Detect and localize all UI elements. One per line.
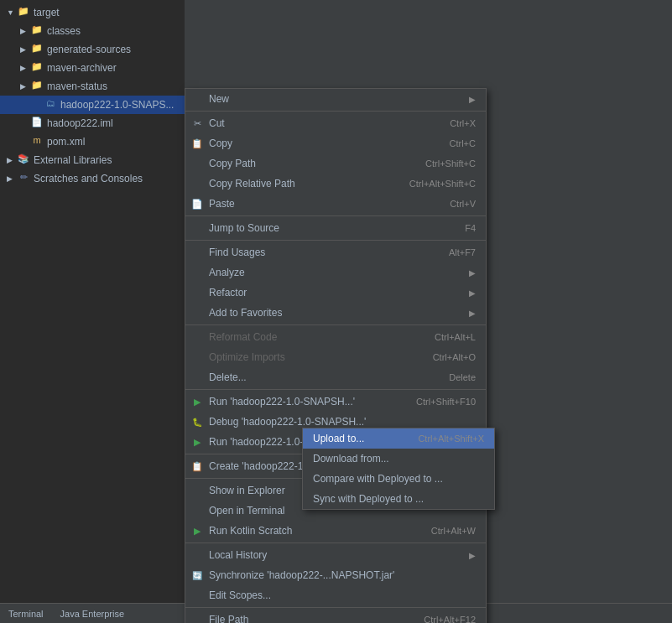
delete-icon <box>190 371 204 384</box>
arrow-favorites: ▶ <box>469 309 476 318</box>
submenu-upload[interactable]: Upload to... Ctrl+Alt+Shift+X <box>303 428 494 449</box>
menu-item-paste[interactable]: 📄 Paste Ctrl+V <box>185 194 486 214</box>
tree-item-classes[interactable]: ▶ 📁 classes <box>0 22 185 40</box>
tree-item-ext-libs[interactable]: ▶ 📚 External Libraries <box>0 151 185 169</box>
shortcut-delete: Delete <box>449 372 476 382</box>
jar-icon: 🗂 <box>44 98 57 112</box>
menu-item-sync[interactable]: 🔄 Synchronize 'hadoop222-...NAPSHOT.jar' <box>185 565 486 585</box>
menu-item-scopes[interactable]: Edit Scopes... <box>185 585 486 605</box>
refactor-icon <box>190 286 204 299</box>
menu-label-favorites: Add to Favorites <box>209 307 462 319</box>
copy-rel-icon <box>190 177 204 190</box>
copy-icon: 📋 <box>190 137 204 150</box>
xml-icon: m <box>30 135 44 148</box>
library-icon: 📚 <box>17 153 30 167</box>
menu-item-find[interactable]: Find Usages Alt+F7 <box>185 242 486 262</box>
shortcut-reformat: Ctrl+Alt+L <box>435 332 476 342</box>
menu-label-find: Find Usages <box>209 247 432 258</box>
deployment-submenu: Upload to... Ctrl+Alt+Shift+X Download f… <box>302 428 495 510</box>
shortcut-copy-rel: Ctrl+Alt+Shift+C <box>409 179 476 189</box>
kotlin-run-icon: ▶ <box>190 524 204 537</box>
menu-label-refactor: Refactor <box>209 287 462 299</box>
reformat-icon <box>190 330 204 344</box>
menu-item-copy-path[interactable]: Copy Path Ctrl+Shift+C <box>185 153 486 174</box>
menu-item-refactor[interactable]: Refactor ▶ <box>185 283 486 303</box>
menu-item-filepath[interactable]: File Path Ctrl+Alt+F12 <box>185 610 486 623</box>
tree-label-hadoop-jar: hadoop222-1.0-SNAPS... <box>60 99 174 111</box>
submenu-download[interactable]: Download from... <box>303 449 494 469</box>
tree-item-maven-status[interactable]: ▶ 📁 maven-status <box>0 77 185 96</box>
tree-item-scratches[interactable]: ▶ ✏ Scratches and Consoles <box>0 169 185 188</box>
menu-item-copy-rel[interactable]: Copy Relative Path Ctrl+Alt+Shift+C <box>185 174 486 194</box>
menu-item-reformat: Reformat Code Ctrl+Alt+L <box>185 327 486 347</box>
menu-label-local-history: Local History <box>209 549 462 561</box>
terminal-icon <box>190 504 204 517</box>
menu-label-optimize: Optimize Imports <box>209 351 416 363</box>
filepath-icon <box>190 613 204 623</box>
shortcut-filepath: Ctrl+Alt+F12 <box>424 615 476 623</box>
separator-1 <box>185 111 486 112</box>
create-icon: 📋 <box>190 459 204 473</box>
menu-item-cut[interactable]: ✂ Cut Ctrl+X <box>185 113 486 133</box>
menu-item-local-history[interactable]: Local History ▶ <box>185 545 486 565</box>
submenu-shortcut-upload: Ctrl+Alt+Shift+X <box>418 434 484 444</box>
explorer-icon <box>190 484 204 497</box>
menu-label-kotlin: Run Kotlin Scratch <box>209 525 414 537</box>
shortcut-cut: Ctrl+X <box>450 118 476 128</box>
tree-item-maven-archiver[interactable]: ▶ 📁 maven-archiver <box>0 59 185 77</box>
submenu-label-sync: Sync with Deployed to ... <box>313 493 484 505</box>
tree-item-pom-xml[interactable]: m pom.xml <box>0 132 185 151</box>
menu-label-filepath: File Path <box>209 614 407 623</box>
submenu-compare-deployed[interactable]: Compare with Deployed to ... <box>303 469 494 489</box>
arrow-new: ▶ <box>469 95 476 104</box>
tree-arrow-maven-status: ▶ <box>20 82 30 91</box>
menu-item-kotlin[interactable]: ▶ Run Kotlin Scratch Ctrl+Alt+W <box>185 521 486 541</box>
tree-item-target[interactable]: ▼ 📁 target <box>0 3 185 22</box>
tree-item-hadoop-jar[interactable]: 🗂 hadoop222-1.0-SNAPS... <box>0 96 185 114</box>
tree-label-target: target <box>34 7 60 18</box>
menu-label-new: New <box>209 93 462 105</box>
sync-icon: 🔄 <box>190 568 204 582</box>
cut-icon: ✂ <box>190 117 204 130</box>
tab-terminal[interactable]: Terminal <box>0 604 52 623</box>
bottom-bar: Terminal Java Enterprise <box>0 603 185 623</box>
menu-item-optimize: Optimize Imports Ctrl+Alt+O <box>185 347 486 367</box>
separator-3 <box>185 240 486 241</box>
file-tree: ▼ 📁 target ▶ 📁 classes ▶ 📁 generated-sou… <box>0 0 185 623</box>
scopes-icon <box>190 589 204 602</box>
menu-item-run[interactable]: ▶ Run 'hadoop222-1.0-SNAPSH...' Ctrl+Shi… <box>185 392 486 412</box>
run-icon: ▶ <box>190 395 204 408</box>
shortcut-find: Alt+F7 <box>449 247 476 257</box>
tab-java-enterprise[interactable]: Java Enterprise <box>52 604 133 623</box>
new-icon <box>190 92 204 106</box>
menu-item-new[interactable]: New ▶ <box>185 89 486 109</box>
tree-item-hadoop-iml[interactable]: 📄 hadoop222.iml <box>0 114 185 132</box>
tree-item-generated[interactable]: ▶ 📁 generated-sources <box>0 40 185 59</box>
menu-label-run: Run 'hadoop222-1.0-SNAPSH...' <box>209 396 399 408</box>
menu-item-copy[interactable]: 📋 Copy Ctrl+C <box>185 133 486 153</box>
tree-label-generated: generated-sources <box>47 44 131 55</box>
menu-item-delete[interactable]: Delete... Delete <box>185 367 486 387</box>
shortcut-optimize: Ctrl+Alt+O <box>433 352 476 362</box>
tree-label-ext-libs: External Libraries <box>34 154 112 166</box>
separator-2 <box>185 215 486 216</box>
copy-path-icon <box>190 157 204 170</box>
menu-label-scopes: Edit Scopes... <box>209 589 476 601</box>
context-menu: New ▶ ✂ Cut Ctrl+X 📋 Copy Ctrl+C Copy Pa… <box>185 88 487 623</box>
arrow-analyze: ▶ <box>469 268 476 278</box>
menu-label-copy-rel: Copy Relative Path <box>209 178 393 189</box>
submenu-sync-deployed[interactable]: Sync with Deployed to ... <box>303 489 494 509</box>
tree-label-maven-archiver: maven-archiver <box>47 62 117 74</box>
find-icon <box>190 246 204 259</box>
tree-arrow-generated: ▶ <box>20 45 30 54</box>
run-coverage-icon: ▶ <box>190 435 204 449</box>
separator-4 <box>185 324 486 325</box>
menu-label-jump: Jump to Source <box>209 222 448 234</box>
debug-icon: 🐛 <box>190 415 204 428</box>
shortcut-paste: Ctrl+V <box>450 199 476 209</box>
separator-9 <box>185 607 486 608</box>
menu-item-analyze[interactable]: Analyze ▶ <box>185 262 486 283</box>
tree-label-classes: classes <box>47 25 81 37</box>
menu-item-favorites[interactable]: Add to Favorites ▶ <box>185 303 486 323</box>
menu-item-jump[interactable]: Jump to Source F4 <box>185 218 486 238</box>
